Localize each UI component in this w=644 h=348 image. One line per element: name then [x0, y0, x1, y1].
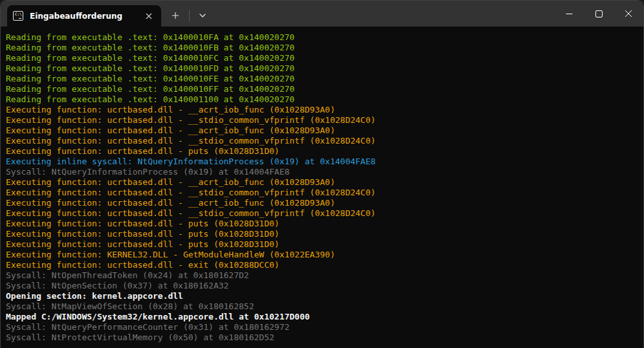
- terminal-line: Executing function: KERNEL32.DLL - GetMo…: [6, 250, 638, 260]
- terminal-line: Executing function: ucrtbased.dll - puts…: [6, 239, 638, 250]
- terminal-line: Syscall: NtQueryPerformanceCounter (0x31…: [6, 322, 638, 332]
- terminal-line: Mapped C:/WINDOWS/System32/kernel.appcor…: [6, 312, 638, 322]
- terminal-line: Executing function: ucrtbased.dll - __st…: [6, 136, 638, 146]
- terminal-line: Reading from executable .text: 0x1400010…: [6, 32, 638, 43]
- terminal-line: Executing function: ucrtbased.dll - __st…: [6, 115, 638, 125]
- tab-dropdown-button[interactable]: [193, 6, 212, 25]
- close-button[interactable]: [614, 1, 643, 27]
- minimize-button[interactable]: [554, 1, 584, 27]
- tab-bar-divider: [189, 10, 190, 21]
- tab-close-icon[interactable]: [142, 9, 156, 23]
- terminal-line: Executing function: ucrtbased.dll - puts…: [6, 229, 638, 239]
- title-bar: C:\ Eingabeaufforderung: [1, 1, 643, 27]
- terminal-line: Executing function: ucrtbased.dll - __ac…: [6, 177, 638, 188]
- terminal-line: Reading from executable .text: 0x1400010…: [6, 74, 638, 84]
- terminal-line: Syscall: NtProtectVirtualMemory (0x50) a…: [6, 332, 638, 343]
- terminal-line: Syscall: NtOpenSection (0x37) at 0x18016…: [6, 281, 638, 291]
- terminal-line: Executing inline syscall: NtQueryInforma…: [6, 157, 638, 167]
- new-tab-button[interactable]: [165, 6, 186, 25]
- terminal-window: C:\ Eingabeaufforderung: [0, 0, 644, 348]
- title-bar-drag-region[interactable]: [212, 1, 554, 27]
- terminal-line: Executing function: ucrtbased.dll - __st…: [6, 208, 638, 219]
- cmd-icon: C:\: [13, 11, 23, 21]
- cmd-icon-cursor: [19, 18, 21, 19]
- terminal-line: Syscall: NtOpenThreadToken (0x24) at 0x1…: [6, 270, 638, 281]
- tab-title: Eingabeaufforderung: [30, 12, 142, 21]
- terminal-line: Syscall: NtMapViewOfSection (0x28) at 0x…: [6, 301, 638, 312]
- terminal-line: Syscall: NtQueryInformationProcess (0x19…: [6, 167, 638, 177]
- terminal-output[interactable]: Reading from executable .text: 0x1400010…: [1, 27, 643, 348]
- window-controls: [554, 1, 643, 27]
- terminal-line: Executing function: ucrtbased.dll - __st…: [6, 188, 638, 198]
- terminal-line: Executing function: ucrtbased.dll - puts…: [6, 219, 638, 229]
- terminal-line: Reading from executable .text: 0x1400010…: [6, 43, 638, 53]
- terminal-line: Reading from executable .text: 0x1400010…: [6, 63, 638, 74]
- terminal-line: Executing function: ucrtbased.dll - exit…: [6, 260, 638, 270]
- terminal-line: Reading from executable .text: 0x1400010…: [6, 53, 638, 63]
- terminal-line: Executing function: ucrtbased.dll - puts…: [6, 146, 638, 157]
- terminal-line: Executing function: ucrtbased.dll - __ac…: [6, 105, 638, 115]
- terminal-line: Executing function: ucrtbased.dll - __ac…: [6, 198, 638, 208]
- terminal-line: Opening section: kernel.appcore.dll: [6, 291, 638, 301]
- terminal-line: Executing function: ucrtbased.dll - __ac…: [6, 125, 638, 136]
- terminal-line: Reading from executable .text: 0x1400010…: [6, 84, 638, 94]
- terminal-line: Reading from executable .text: 0x1400011…: [6, 94, 638, 105]
- maximize-button[interactable]: [584, 1, 614, 27]
- tab-eingabeaufforderung[interactable]: C:\ Eingabeaufforderung: [7, 5, 161, 27]
- cmd-icon-text: C:\: [15, 12, 22, 16]
